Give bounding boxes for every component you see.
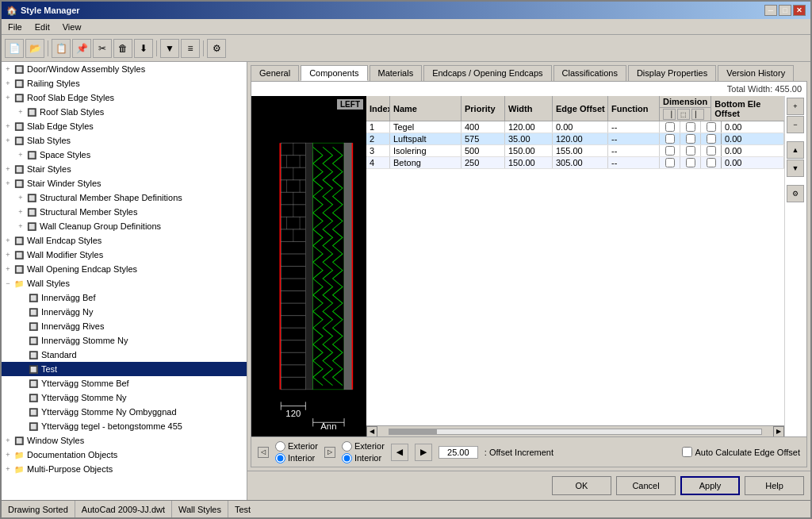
tree-toggle[interactable]: + (3, 250, 13, 260)
minimize-button[interactable]: ─ (764, 5, 777, 16)
tree-item-multipurpose[interactable]: + 📁 Multi-Purpose Objects (2, 462, 247, 476)
tree-toggle[interactable]: + (16, 107, 25, 117)
menu-edit[interactable]: Edit (32, 21, 53, 33)
dim2-checkbox[interactable] (686, 146, 695, 156)
tree-item-wall-endcap[interactable]: + 🔲 Wall Endcap Styles (2, 233, 247, 248)
scroll-left-btn[interactable]: ◀ (366, 426, 377, 437)
table-row[interactable]: 4 Betong 250 150.00 305.00 -- 0.00 (366, 157, 784, 169)
tree-item-innervagg-stomme[interactable]: 🔲 Innervägg Stomme Ny (2, 333, 247, 348)
apply-button[interactable]: Apply (680, 476, 740, 495)
tree-item-railing[interactable]: + 🔲 Railing Styles (2, 76, 247, 90)
cell-dim3[interactable] (701, 157, 722, 168)
radio-interior-left[interactable]: Interior (275, 453, 318, 463)
table-row[interactable]: 2 Luftspalt 575 35.00 120.00 -- 0.00 (366, 133, 784, 145)
tree-item-space[interactable]: + 🔲 Space Styles (2, 148, 247, 162)
scroll-thumb[interactable] (389, 429, 437, 434)
tab-endcaps[interactable]: Endcaps / Opening Endcaps (423, 65, 551, 81)
view-button[interactable]: ≡ (181, 39, 200, 58)
radio-exterior-left[interactable]: Exterior (275, 441, 318, 452)
tab-version[interactable]: Version History (718, 65, 794, 81)
cell-dim1[interactable] (660, 157, 680, 168)
tree-toggle[interactable]: + (3, 450, 13, 459)
tree-item-struct-shape[interactable]: + 🔲 Structural Member Shape Definitions (2, 190, 247, 205)
tree-item-wall-cleanup[interactable]: + 🔲 Wall Cleanup Group Definitions (2, 219, 247, 233)
import-button[interactable]: ⬇ (134, 39, 153, 58)
tree-item-stair[interactable]: + 🔲 Stair Styles (2, 162, 247, 176)
table-row[interactable]: 3 Isolering 500 150.00 155.00 -- 0.00 (366, 145, 784, 157)
tree-toggle[interactable]: + (16, 207, 25, 217)
radio-exterior-left-input[interactable] (275, 441, 285, 452)
nav-prev-button[interactable]: ◀ (391, 444, 408, 461)
offset-increment-input[interactable] (439, 446, 478, 459)
tree-toggle[interactable]: − (3, 279, 13, 288)
dim3-checkbox[interactable] (707, 158, 716, 167)
tree-item-yttervagg-bef[interactable]: 🔲 Yttervägg Stomme Bef (2, 376, 247, 390)
dim-icon-1[interactable]: ▕ (663, 109, 676, 120)
dim1-checkbox[interactable] (665, 122, 675, 132)
ok-button[interactable]: OK (552, 476, 611, 495)
tree-toggle[interactable]: + (3, 121, 13, 131)
settings-button[interactable]: ⚙ (207, 39, 226, 58)
tree-item-yttervagg-ny[interactable]: 🔲 Yttervägg Stomme Ny (2, 390, 247, 405)
radio-interior-left-input[interactable] (275, 453, 285, 463)
tree-toggle[interactable]: + (16, 221, 25, 231)
tab-components[interactable]: Components (301, 65, 367, 81)
tree-item-struct-member[interactable]: + 🔲 Structural Member Styles (2, 205, 247, 219)
cell-dim2[interactable] (680, 133, 701, 144)
nav-next-button[interactable]: ▶ (415, 444, 432, 461)
radio-interior-right[interactable]: Interior (342, 453, 385, 463)
copy-button[interactable]: 📋 (52, 39, 71, 58)
tree-toggle[interactable]: + (3, 464, 13, 474)
remove-row-button[interactable]: − (787, 116, 804, 133)
tree-item-test[interactable]: 🔲 Test (2, 362, 247, 376)
tab-general[interactable]: General (251, 65, 299, 81)
tree-item-innervagg-ny[interactable]: 🔲 Innervägg Ny (2, 305, 247, 319)
tree-item-stair-winder[interactable]: + 🔲 Stair Winder Styles (2, 176, 247, 190)
move-up-button[interactable]: ▲ (787, 141, 804, 159)
dim1-checkbox[interactable] (665, 158, 675, 167)
tree-item-standard[interactable]: 🔲 Standard (2, 348, 247, 362)
radio-exterior-right[interactable]: Exterior (342, 441, 385, 452)
tab-display[interactable]: Display Properties (628, 65, 716, 81)
scroll-right-btn[interactable]: ▶ (773, 426, 784, 437)
tree-toggle[interactable]: + (3, 136, 13, 145)
settings-row-button[interactable]: ⚙ (787, 185, 804, 202)
horizontal-scrollbar[interactable]: ◀ ▶ (366, 425, 784, 436)
move-down-button[interactable]: ▼ (787, 160, 804, 177)
tree-toggle[interactable]: + (3, 436, 13, 445)
help-button[interactable]: Help (745, 476, 804, 495)
cell-dim2[interactable] (680, 121, 701, 133)
tree-toggle[interactable]: + (3, 64, 13, 74)
tree-toggle[interactable]: + (3, 93, 13, 102)
menu-view[interactable]: View (59, 21, 85, 33)
paste-button[interactable]: 📌 (72, 39, 91, 58)
tab-materials[interactable]: Materials (370, 65, 423, 81)
cell-dim3[interactable] (701, 145, 722, 156)
add-row-button[interactable]: + (787, 98, 804, 115)
dim3-checkbox[interactable] (707, 134, 716, 144)
dim3-checkbox[interactable] (707, 122, 716, 132)
dim3-checkbox[interactable] (707, 146, 716, 156)
tree-toggle[interactable]: + (3, 264, 13, 274)
cell-dim2[interactable] (680, 157, 701, 168)
tree-toggle[interactable]: + (16, 193, 25, 202)
cell-dim3[interactable] (701, 133, 722, 144)
radio-interior-right-input[interactable] (342, 453, 352, 463)
new-button[interactable]: 📄 (5, 39, 24, 58)
tree-item-innervagg-rives[interactable]: 🔲 Innervägg Rives (2, 319, 247, 333)
auto-calc-checkbox[interactable] (682, 447, 692, 457)
tree-item-yttervagg-ombygg[interactable]: 🔲 Yttervägg Stomme Ny Ombyggnad (2, 405, 247, 419)
dim-icon-3[interactable]: ▏ (691, 109, 704, 120)
dim2-checkbox[interactable] (686, 134, 695, 144)
tree-toggle[interactable]: + (3, 236, 13, 245)
cancel-button[interactable]: Cancel (616, 476, 676, 495)
menu-file[interactable]: File (5, 21, 25, 33)
tree-item-roof-slab[interactable]: + 🔲 Roof Slab Styles (2, 105, 247, 119)
filter-button[interactable]: ▼ (160, 39, 179, 58)
tree-item-wall-modifier[interactable]: + 🔲 Wall Modifier Styles (2, 248, 247, 262)
cell-dim2[interactable] (680, 145, 701, 156)
tab-classifications[interactable]: Classifications (553, 65, 626, 81)
cell-dim1[interactable] (660, 145, 680, 156)
dim-icon-2[interactable]: ⬚ (677, 109, 690, 120)
scroll-track[interactable] (389, 429, 762, 435)
